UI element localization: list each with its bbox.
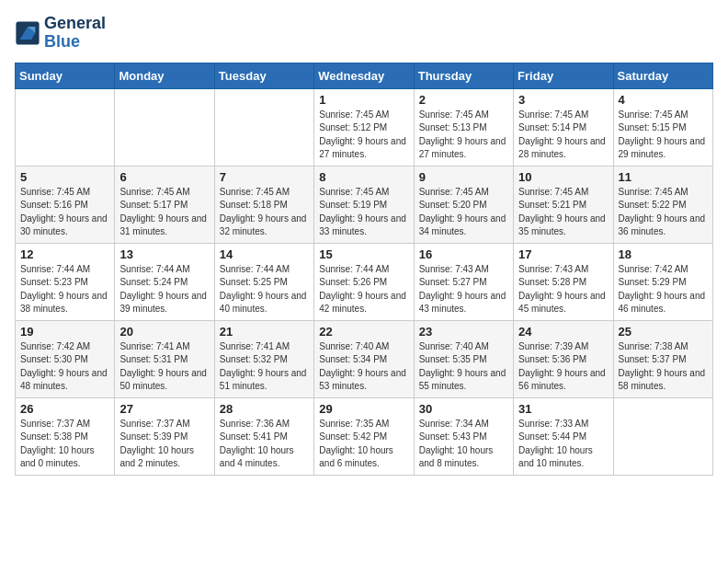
calendar-cell: 23Sunrise: 7:40 AM Sunset: 5:35 PM Dayli… (414, 320, 513, 397)
day-info: Sunrise: 7:44 AM Sunset: 5:26 PM Dayligh… (319, 263, 408, 316)
weekday-header-row: SundayMondayTuesdayWednesdayThursdayFrid… (16, 63, 713, 88)
calendar-cell: 27Sunrise: 7:37 AM Sunset: 5:39 PM Dayli… (115, 397, 214, 475)
day-number: 14 (220, 247, 309, 261)
calendar-week-row: 19Sunrise: 7:42 AM Sunset: 5:30 PM Dayli… (16, 320, 713, 397)
calendar-cell: 18Sunrise: 7:42 AM Sunset: 5:29 PM Dayli… (613, 243, 712, 320)
day-number: 5 (20, 170, 109, 184)
day-info: Sunrise: 7:45 AM Sunset: 5:13 PM Dayligh… (419, 109, 508, 162)
day-info: Sunrise: 7:37 AM Sunset: 5:38 PM Dayligh… (20, 418, 109, 471)
calendar-cell: 30Sunrise: 7:34 AM Sunset: 5:43 PM Dayli… (414, 397, 513, 475)
day-info: Sunrise: 7:43 AM Sunset: 5:27 PM Dayligh… (419, 263, 508, 316)
calendar-cell (214, 88, 313, 166)
calendar-week-row: 12Sunrise: 7:44 AM Sunset: 5:23 PM Dayli… (16, 243, 713, 320)
calendar-cell: 26Sunrise: 7:37 AM Sunset: 5:38 PM Dayli… (16, 397, 115, 475)
day-number: 25 (619, 325, 708, 339)
day-info: Sunrise: 7:45 AM Sunset: 5:14 PM Dayligh… (518, 109, 608, 162)
calendar-cell: 15Sunrise: 7:44 AM Sunset: 5:26 PM Dayli… (314, 243, 414, 320)
calendar-cell: 24Sunrise: 7:39 AM Sunset: 5:36 PM Dayli… (514, 320, 613, 397)
calendar-cell: 20Sunrise: 7:41 AM Sunset: 5:31 PM Dayli… (115, 320, 214, 397)
calendar-cell: 2Sunrise: 7:45 AM Sunset: 5:13 PM Daylig… (414, 88, 513, 166)
weekday-header-tuesday: Tuesday (214, 63, 313, 88)
day-info: Sunrise: 7:44 AM Sunset: 5:25 PM Dayligh… (220, 263, 309, 316)
logo: General Blue (15, 15, 106, 52)
day-number: 26 (20, 402, 109, 416)
calendar-cell: 11Sunrise: 7:45 AM Sunset: 5:22 PM Dayli… (613, 166, 712, 243)
day-number: 2 (419, 93, 508, 107)
calendar-cell: 9Sunrise: 7:45 AM Sunset: 5:20 PM Daylig… (414, 166, 513, 243)
day-number: 4 (619, 93, 708, 107)
day-info: Sunrise: 7:44 AM Sunset: 5:24 PM Dayligh… (119, 263, 209, 316)
weekday-header-sunday: Sunday (16, 63, 115, 88)
calendar-cell: 19Sunrise: 7:42 AM Sunset: 5:30 PM Dayli… (16, 320, 115, 397)
day-info: Sunrise: 7:33 AM Sunset: 5:44 PM Dayligh… (518, 418, 608, 471)
calendar-cell: 13Sunrise: 7:44 AM Sunset: 5:24 PM Dayli… (115, 243, 214, 320)
day-info: Sunrise: 7:35 AM Sunset: 5:42 PM Dayligh… (319, 418, 408, 471)
day-number: 1 (319, 93, 408, 107)
calendar-cell: 16Sunrise: 7:43 AM Sunset: 5:27 PM Dayli… (414, 243, 513, 320)
day-number: 18 (619, 247, 708, 261)
calendar-cell: 29Sunrise: 7:35 AM Sunset: 5:42 PM Dayli… (314, 397, 414, 475)
day-info: Sunrise: 7:45 AM Sunset: 5:19 PM Dayligh… (319, 186, 408, 239)
day-number: 16 (419, 247, 508, 261)
day-number: 12 (20, 247, 109, 261)
calendar-cell (613, 397, 712, 475)
calendar-cell: 25Sunrise: 7:38 AM Sunset: 5:37 PM Dayli… (613, 320, 712, 397)
calendar-cell: 21Sunrise: 7:41 AM Sunset: 5:32 PM Dayli… (214, 320, 313, 397)
day-info: Sunrise: 7:40 AM Sunset: 5:34 PM Dayligh… (319, 340, 408, 394)
day-info: Sunrise: 7:45 AM Sunset: 5:18 PM Dayligh… (220, 186, 309, 239)
calendar-week-row: 26Sunrise: 7:37 AM Sunset: 5:38 PM Dayli… (16, 397, 713, 475)
calendar-cell: 17Sunrise: 7:43 AM Sunset: 5:28 PM Dayli… (514, 243, 613, 320)
day-info: Sunrise: 7:34 AM Sunset: 5:43 PM Dayligh… (419, 418, 508, 471)
day-number: 8 (319, 170, 408, 184)
day-info: Sunrise: 7:38 AM Sunset: 5:37 PM Dayligh… (619, 340, 708, 394)
calendar-week-row: 1Sunrise: 7:45 AM Sunset: 5:12 PM Daylig… (16, 88, 713, 166)
calendar-cell (16, 88, 115, 166)
day-number: 23 (419, 325, 508, 339)
weekday-header-monday: Monday (115, 63, 214, 88)
day-number: 21 (220, 325, 309, 339)
calendar-cell: 22Sunrise: 7:40 AM Sunset: 5:34 PM Dayli… (314, 320, 414, 397)
weekday-header-wednesday: Wednesday (314, 63, 414, 88)
calendar-cell: 6Sunrise: 7:45 AM Sunset: 5:17 PM Daylig… (115, 166, 214, 243)
day-info: Sunrise: 7:45 AM Sunset: 5:17 PM Dayligh… (119, 186, 209, 239)
day-number: 19 (20, 325, 109, 339)
day-number: 11 (619, 170, 708, 184)
calendar-week-row: 5Sunrise: 7:45 AM Sunset: 5:16 PM Daylig… (16, 166, 713, 243)
calendar-cell: 4Sunrise: 7:45 AM Sunset: 5:15 PM Daylig… (613, 88, 712, 166)
day-number: 7 (220, 170, 309, 184)
day-number: 27 (119, 402, 209, 416)
day-info: Sunrise: 7:40 AM Sunset: 5:35 PM Dayligh… (419, 340, 508, 394)
day-info: Sunrise: 7:45 AM Sunset: 5:21 PM Dayligh… (518, 186, 608, 239)
day-info: Sunrise: 7:42 AM Sunset: 5:29 PM Dayligh… (619, 263, 708, 316)
day-info: Sunrise: 7:45 AM Sunset: 5:22 PM Dayligh… (619, 186, 708, 239)
day-info: Sunrise: 7:39 AM Sunset: 5:36 PM Dayligh… (518, 340, 608, 394)
weekday-header-saturday: Saturday (613, 63, 712, 88)
weekday-header-thursday: Thursday (414, 63, 513, 88)
calendar-cell: 10Sunrise: 7:45 AM Sunset: 5:21 PM Dayli… (514, 166, 613, 243)
day-number: 15 (319, 247, 408, 261)
calendar-cell (115, 88, 214, 166)
day-number: 22 (319, 325, 408, 339)
day-info: Sunrise: 7:42 AM Sunset: 5:30 PM Dayligh… (20, 340, 109, 394)
day-info: Sunrise: 7:43 AM Sunset: 5:28 PM Dayligh… (518, 263, 608, 316)
day-number: 3 (518, 93, 608, 107)
calendar-cell: 12Sunrise: 7:44 AM Sunset: 5:23 PM Dayli… (16, 243, 115, 320)
calendar-table: SundayMondayTuesdayWednesdayThursdayFrid… (15, 63, 713, 476)
calendar-cell: 28Sunrise: 7:36 AM Sunset: 5:41 PM Dayli… (214, 397, 313, 475)
day-info: Sunrise: 7:37 AM Sunset: 5:39 PM Dayligh… (119, 418, 209, 471)
day-number: 29 (319, 402, 408, 416)
day-info: Sunrise: 7:41 AM Sunset: 5:31 PM Dayligh… (119, 340, 209, 394)
weekday-header-friday: Friday (514, 63, 613, 88)
day-info: Sunrise: 7:45 AM Sunset: 5:12 PM Dayligh… (319, 109, 408, 162)
calendar-cell: 7Sunrise: 7:45 AM Sunset: 5:18 PM Daylig… (214, 166, 313, 243)
day-info: Sunrise: 7:45 AM Sunset: 5:20 PM Dayligh… (419, 186, 508, 239)
logo-icon (15, 20, 40, 46)
day-number: 10 (518, 170, 608, 184)
calendar-cell: 3Sunrise: 7:45 AM Sunset: 5:14 PM Daylig… (514, 88, 613, 166)
calendar-cell: 1Sunrise: 7:45 AM Sunset: 5:12 PM Daylig… (314, 88, 414, 166)
day-number: 24 (518, 325, 608, 339)
day-number: 17 (518, 247, 608, 261)
logo-text: General Blue (44, 15, 106, 52)
calendar-cell: 8Sunrise: 7:45 AM Sunset: 5:19 PM Daylig… (314, 166, 414, 243)
day-number: 13 (119, 247, 209, 261)
